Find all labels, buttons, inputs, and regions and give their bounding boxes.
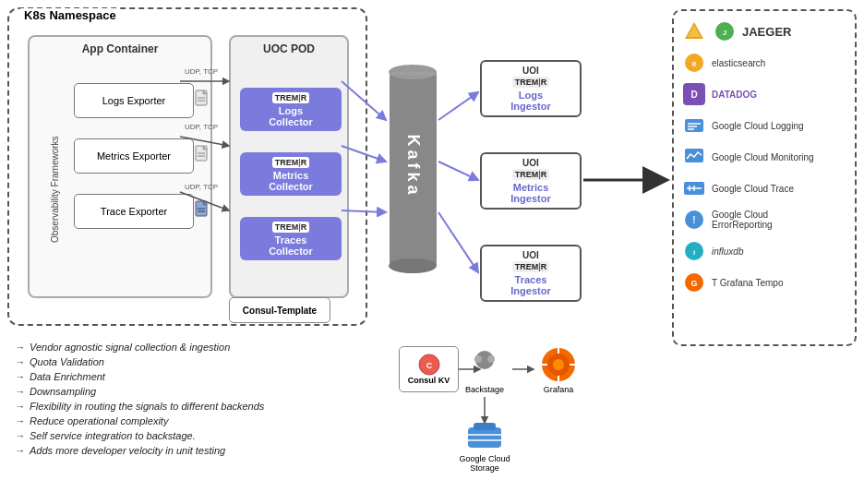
traces-exporter-label: Trace Exporter: [101, 206, 167, 217]
svg-rect-57: [468, 427, 501, 448]
arrow-icon-6: →: [15, 415, 25, 426]
grafana-tempo-icon: G: [681, 270, 707, 295]
bottom-left-bullets: →Vendor agnostic signal collection & ing…: [7, 334, 367, 497]
gcm-icon: [681, 144, 707, 170]
app-container: App Container Observability Frameworks L…: [28, 35, 212, 298]
bullet-4: →Downsampling: [15, 386, 360, 397]
influxdb-label: influxdb: [712, 246, 743, 257]
traces-exporter: Trace Exporter: [74, 194, 194, 229]
backend-gcer: ! Google CloudErrorReporting: [681, 207, 847, 233]
metrics-collector-tremor: TREM|R: [272, 157, 310, 168]
backend-elasticsearch: e elasticsearch: [681, 50, 847, 76]
elasticsearch-label: elasticsearch: [712, 58, 765, 68]
arrow-icon-2: →: [15, 356, 25, 367]
backends-box: J JAEGER e elasticsearch D DATADOG: [672, 9, 857, 346]
svg-point-27: [389, 258, 437, 273]
svg-rect-28: [390, 72, 437, 76]
traces-collector: TREM|R TracesCollector: [240, 217, 342, 260]
arrow-icon-8: →: [15, 445, 25, 456]
logs-exporter-label: Logs Exporter: [102, 95, 165, 106]
metrics-exporter-label: Metrics Exporter: [97, 150, 171, 162]
svg-text:J: J: [723, 29, 726, 37]
uoi-traces-ingestor: UOI TREM|R TracesIngestor: [480, 245, 582, 302]
backstage-label: Backstage: [457, 385, 512, 394]
k8s-namespace: K8s Namespace App Container Observabilit…: [7, 7, 367, 326]
bullet-list: →Vendor agnostic signal collection & ing…: [7, 334, 367, 467]
logs-doc-icon: [195, 90, 210, 108]
traces-collector-label: TracesCollector: [244, 234, 338, 257]
arrow-icon-5: →: [15, 401, 25, 412]
svg-text:!: !: [692, 215, 695, 225]
influxdb-icon: i: [681, 238, 707, 264]
consul-kv: C Consul KV: [399, 346, 459, 392]
grafana-label: Grafana: [531, 385, 586, 394]
obs-frameworks-label: Observability Frameworks: [50, 106, 60, 272]
consul-template-label: Consul-Template: [243, 306, 317, 316]
svg-rect-41: [685, 149, 703, 162]
datadog-label: DATADOG: [712, 90, 757, 100]
gcl-label: Google Cloud Logging: [712, 121, 804, 131]
uoi-metrics-label: UOI: [486, 158, 576, 168]
logs-collector: TREM|R LogsCollector: [240, 88, 342, 131]
uoi-traces-tremor: TREM|R: [512, 261, 550, 272]
uoc-pod: UOC POD TREM|R LogsCollector TREM|R Metr…: [229, 35, 349, 298]
datadog-icon: D: [681, 81, 707, 107]
elasticsearch-icon: e: [681, 50, 707, 76]
uoi-metrics-tremor: TREM|R: [512, 169, 550, 180]
metrics-doc-icon: [195, 145, 210, 163]
logs-ingestor-label: LogsIngestor: [486, 90, 576, 112]
jaeger-icon: [681, 18, 707, 44]
svg-point-56: [487, 355, 495, 363]
uoc-pod-label: UOC POD: [231, 37, 347, 59]
uoi-logs-ingestor: UOI TREM|R LogsIngestor: [480, 60, 582, 117]
svg-text:C: C: [426, 361, 432, 370]
grafana: Grafana: [531, 346, 586, 394]
backstage-icon: [457, 346, 512, 385]
backend-datadog: D DATADOG: [681, 81, 847, 107]
bullet-1: →Vendor agnostic signal collection & ing…: [15, 342, 360, 353]
traces-doc-icon: [195, 200, 210, 219]
gcer-label: Google CloudErrorReporting: [712, 210, 773, 230]
svg-text:e: e: [691, 59, 696, 68]
bullet-6: →Reduce operational complexity: [15, 415, 360, 426]
backend-jaeger: J JAEGER: [681, 18, 847, 44]
svg-text:G: G: [690, 279, 697, 288]
svg-line-7: [438, 162, 478, 180]
bullet-2: →Quota Validation: [15, 356, 360, 367]
arrow-icon-7: →: [15, 430, 25, 441]
logs-collector-label: LogsCollector: [244, 105, 338, 127]
backend-influxdb: i influxdb: [681, 238, 847, 264]
uoi-metrics-ingestor: UOI TREM|R MetricsIngestor: [480, 152, 582, 210]
logs-collector-tremor: TREM|R: [272, 92, 310, 103]
uoi-logs-label: UOI: [486, 66, 576, 76]
app-container-label: App Container: [30, 37, 210, 59]
grafana-tempo-label: T Grafana Tempo: [712, 278, 783, 288]
consul-template: Consul-Template: [229, 297, 330, 323]
svg-text:D: D: [690, 90, 697, 100]
backend-gcm: Google Cloud Monitoring: [681, 144, 847, 170]
gct-label: Google Cloud Trace: [712, 184, 794, 194]
logs-exporter: Logs Exporter: [74, 83, 194, 118]
gcm-label: Google Cloud Monitoring: [712, 152, 814, 162]
consul-kv-label: Consul KV: [408, 376, 450, 385]
svg-line-8: [438, 212, 478, 272]
kafka-label: Kafka: [403, 134, 423, 198]
bullet-3: →Data Enrichment: [15, 371, 360, 382]
gcs-label: Google Cloud Storage: [457, 454, 512, 473]
backend-gct: Google Cloud Trace: [681, 175, 847, 201]
jaeger-logo-icon: J: [712, 18, 738, 44]
svg-text:i: i: [693, 248, 695, 257]
metrics-collector: TREM|R MetricsCollector: [240, 152, 342, 196]
google-cloud-storage: Google Cloud Storage: [457, 420, 512, 473]
metrics-exporter: Metrics Exporter: [74, 138, 194, 174]
bullet-5: →Flexibility in routing the signals to d…: [15, 401, 360, 412]
k8s-namespace-label: K8s Namespace: [20, 8, 120, 22]
gcer-icon: !: [681, 207, 707, 233]
bullet-8: →Adds more developer velocity in unit te…: [15, 445, 360, 456]
svg-rect-37: [685, 119, 703, 132]
arrow-icon-1: →: [15, 342, 25, 353]
backstage: Backstage: [457, 346, 512, 394]
svg-line-6: [438, 92, 478, 120]
svg-point-63: [553, 359, 564, 370]
arrow-icon-3: →: [15, 371, 25, 382]
